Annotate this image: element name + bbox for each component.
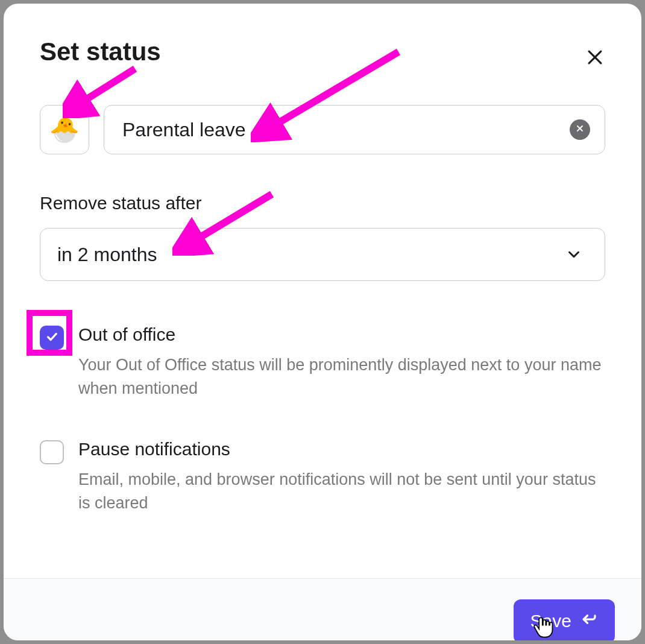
remove-after-label: Remove status after (40, 193, 605, 213)
status-input-wrap (104, 105, 605, 154)
close-icon (585, 59, 605, 69)
dialog-body: Set status 🐣 (4, 4, 641, 578)
set-status-dialog: Set status 🐣 (4, 4, 641, 640)
status-text-input[interactable] (121, 118, 560, 142)
hatching-chick-emoji: 🐣 (49, 118, 80, 142)
pause-notifications-title: Pause notifications (78, 439, 605, 459)
out-of-office-checkbox[interactable] (40, 326, 64, 350)
pause-notifications-checkbox[interactable] (40, 440, 64, 464)
pause-notifications-option: Pause notifications Email, mobile, and b… (40, 439, 605, 515)
save-button-label: Save (530, 611, 571, 631)
return-icon (580, 610, 598, 633)
clear-status-button[interactable] (570, 119, 590, 140)
out-of-office-option: Out of office Your Out of Office status … (40, 324, 605, 400)
checkmark-icon (45, 330, 58, 346)
remove-after-select[interactable]: in 2 months (40, 228, 605, 281)
save-button[interactable]: Save (514, 599, 615, 640)
x-circle-icon (575, 124, 585, 136)
remove-after-value: in 2 months (57, 244, 157, 266)
out-of-office-desc: Your Out of Office status will be promin… (78, 353, 605, 400)
out-of-office-title: Out of office (78, 324, 605, 345)
status-row: 🐣 (40, 105, 605, 154)
pause-notifications-desc: Email, mobile, and browser notifications… (78, 468, 605, 515)
dialog-title: Set status (40, 37, 605, 66)
status-emoji-button[interactable]: 🐣 (40, 105, 89, 154)
close-button[interactable] (585, 47, 605, 68)
chevron-down-icon (565, 245, 583, 264)
dialog-footer: Save (4, 578, 641, 640)
out-of-office-text: Out of office Your Out of Office status … (78, 324, 605, 400)
pause-notifications-text: Pause notifications Email, mobile, and b… (78, 439, 605, 515)
